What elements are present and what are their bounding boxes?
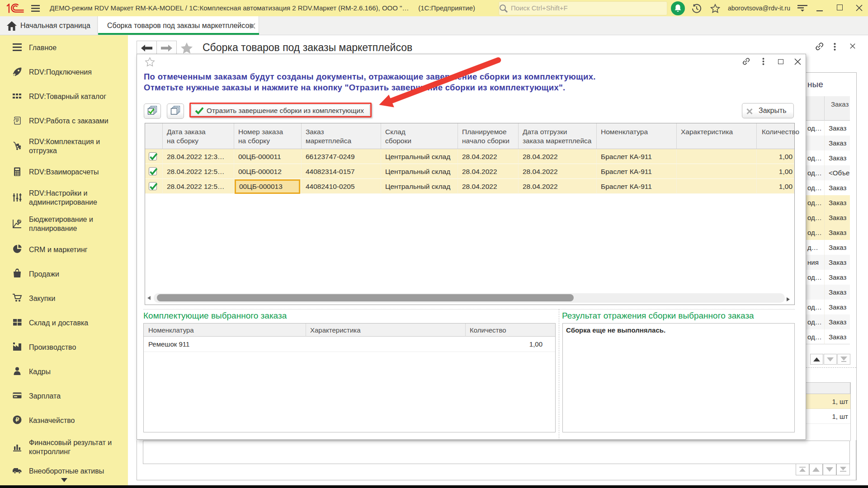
- svg-text:₽: ₽: [19, 220, 21, 224]
- svg-text:₽: ₽: [15, 416, 19, 423]
